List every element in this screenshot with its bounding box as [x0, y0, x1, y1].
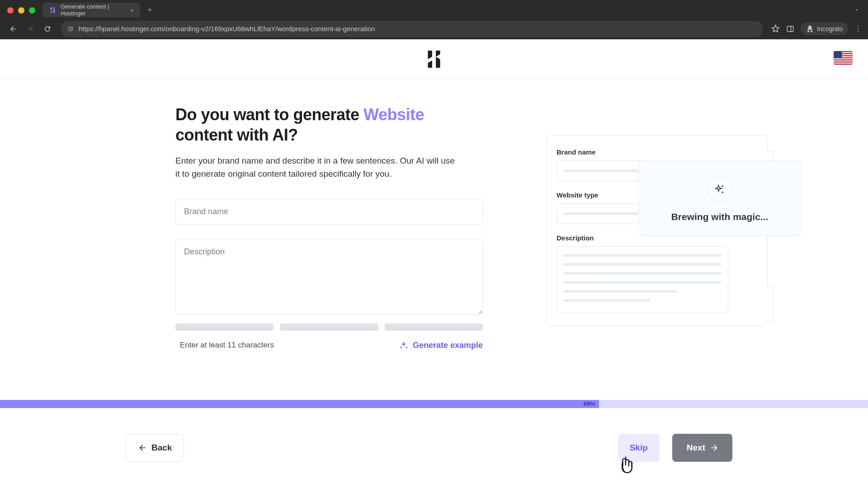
popover-text: Brewing with magic... — [650, 211, 790, 222]
progress-bar: 69% — [0, 400, 868, 408]
url-text: https://hpanel.hostinger.com/onboarding-… — [79, 25, 375, 33]
hostinger-logo-icon[interactable] — [426, 51, 442, 68]
svg-rect-9 — [834, 58, 853, 59]
app-header — [0, 39, 868, 79]
popover-sparkle-circle — [707, 177, 732, 202]
svg-rect-3 — [787, 26, 793, 32]
form-footer-row: Enter at least 11 characters Generate ex… — [175, 341, 483, 350]
browser-chrome: Generate content | Hostinger × + https:/… — [0, 0, 868, 39]
tab-bar: Generate content | Hostinger × + — [43, 3, 152, 17]
back-button[interactable]: Back — [126, 434, 184, 462]
generate-example-button[interactable]: Generate example — [399, 341, 483, 350]
browser-toolbar: https://hpanel.hostinger.com/onboarding-… — [0, 18, 868, 39]
handle-decoration-icon — [767, 286, 774, 322]
incognito-icon — [806, 25, 814, 33]
window-controls — [7, 7, 35, 14]
skip-label: Skip — [630, 443, 648, 453]
toolbar-right: Incognito ⋮ — [771, 22, 862, 35]
page-title: Do you want to generate Website content … — [175, 104, 483, 145]
skip-button[interactable]: Skip — [618, 434, 660, 462]
favicon-icon — [49, 6, 56, 14]
nav-forward-icon[interactable] — [24, 22, 37, 36]
svg-point-2 — [69, 26, 70, 28]
heading-pre: Do you want to generate — [175, 105, 363, 124]
sparkle-icon — [713, 183, 726, 197]
flag-us-icon[interactable] — [834, 51, 853, 65]
suggestion-chips — [175, 324, 483, 331]
window-maximize-icon[interactable] — [29, 7, 35, 14]
brewing-popover: Brewing with magic... — [638, 160, 801, 235]
window-close-icon[interactable] — [7, 7, 14, 14]
svg-rect-12 — [834, 51, 842, 58]
site-settings-icon[interactable] — [67, 25, 74, 33]
window-minimize-icon[interactable] — [18, 7, 24, 14]
generate-example-label: Generate example — [413, 341, 483, 350]
next-label: Next — [687, 443, 705, 453]
chip-placeholder — [175, 324, 274, 331]
description-input[interactable] — [175, 239, 483, 314]
chars-hint: Enter at least 11 characters — [175, 341, 274, 350]
svg-point-1 — [71, 28, 73, 29]
tab-close-icon[interactable]: × — [130, 6, 134, 14]
svg-rect-10 — [834, 61, 853, 61]
tabs-dropdown-icon[interactable] — [854, 7, 860, 13]
address-bar[interactable]: https://hpanel.hostinger.com/onboarding-… — [61, 21, 763, 37]
progress-fill: 69% — [0, 400, 599, 408]
heading-post: content with AI? — [175, 126, 298, 144]
illus-brand-label: Brand name — [557, 148, 757, 156]
side-panel-icon[interactable] — [786, 25, 794, 33]
chip-placeholder — [385, 324, 483, 331]
nav-back-icon[interactable] — [6, 22, 20, 36]
brand-name-input[interactable] — [175, 199, 483, 225]
arrow-left-icon — [138, 443, 147, 452]
browser-tab[interactable]: Generate content | Hostinger × — [43, 3, 140, 17]
chip-placeholder — [280, 324, 378, 331]
arrow-right-icon — [710, 443, 719, 452]
svg-point-0 — [70, 30, 71, 31]
new-tab-icon[interactable]: + — [147, 5, 152, 15]
footer-nav: Back Skip Next — [0, 434, 868, 462]
browser-menu-icon[interactable]: ⋮ — [854, 24, 862, 33]
incognito-badge[interactable]: Incognito — [801, 22, 848, 35]
progress-percent: 69% — [584, 400, 595, 408]
bookmark-icon[interactable] — [771, 24, 780, 33]
left-column: Do you want to generate Website content … — [175, 104, 483, 350]
back-label: Back — [151, 443, 172, 453]
sparkle-icon — [399, 341, 408, 350]
reload-icon[interactable] — [41, 22, 54, 36]
next-button[interactable]: Next — [672, 434, 732, 462]
tab-title: Generate content | Hostinger — [61, 3, 125, 17]
incognito-label: Incognito — [817, 25, 843, 33]
svg-rect-11 — [834, 62, 853, 63]
heading-accent: Website — [363, 105, 424, 124]
right-illustration: Brand name Website type Description — [546, 104, 768, 350]
content: Do you want to generate Website content … — [63, 79, 805, 350]
page-subtext: Enter your brand name and describe it in… — [175, 154, 460, 181]
